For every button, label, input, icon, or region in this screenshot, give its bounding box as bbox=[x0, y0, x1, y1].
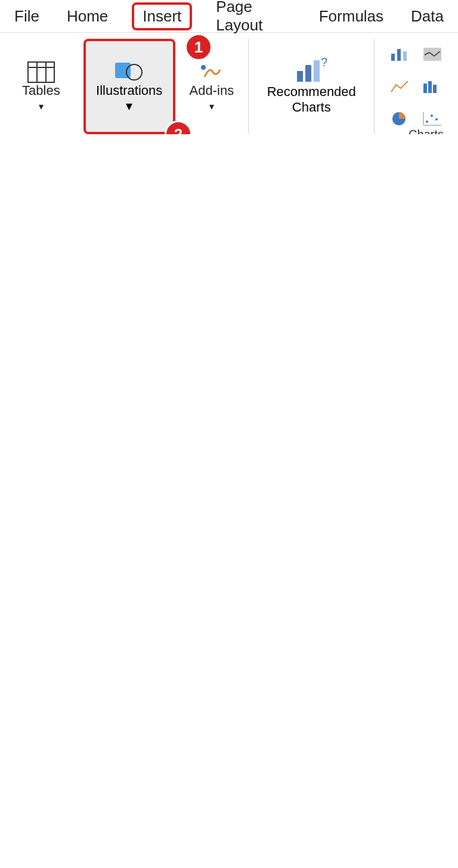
tables-label: Tables bbox=[22, 83, 60, 98]
tab-insert[interactable]: Insert bbox=[132, 2, 192, 30]
svg-rect-11 bbox=[391, 54, 395, 61]
svg-rect-9 bbox=[314, 60, 320, 82]
svg-rect-12 bbox=[397, 49, 401, 61]
svg-rect-0 bbox=[28, 62, 54, 82]
ribbon-tabbar: File Home Insert Page Layout Formulas Da… bbox=[0, 0, 458, 33]
chart-map-icon[interactable] bbox=[417, 39, 447, 69]
chart-hist-icon[interactable] bbox=[417, 72, 447, 101]
svg-text:?: ? bbox=[321, 58, 327, 69]
ribbon-insert: Tables ▾ Illustrations ▾ Add-ins ▾ ? Rec… bbox=[0, 33, 458, 134]
chevron-down-icon: ▾ bbox=[209, 101, 214, 112]
illustrations-label: Illustrations bbox=[96, 83, 162, 98]
svg-rect-4 bbox=[115, 63, 131, 78]
recommended-charts-button[interactable]: ? Recommended Charts bbox=[248, 39, 375, 134]
svg-point-20 bbox=[431, 115, 433, 117]
chart-line-icon[interactable] bbox=[385, 72, 415, 101]
svg-rect-17 bbox=[433, 85, 437, 93]
recommended-charts-icon: ? bbox=[293, 58, 329, 84]
addins-label: Add-ins bbox=[190, 83, 234, 98]
svg-rect-8 bbox=[305, 65, 311, 82]
tab-home[interactable]: Home bbox=[63, 2, 112, 30]
svg-point-19 bbox=[426, 121, 428, 123]
chevron-down-icon: ▾ bbox=[39, 101, 44, 112]
tab-formulas[interactable]: Formulas bbox=[315, 2, 387, 30]
svg-rect-16 bbox=[428, 81, 432, 93]
chevron-down-icon: ▾ bbox=[126, 98, 132, 114]
step-badge-1: 1 bbox=[185, 33, 212, 61]
illustrations-icon bbox=[114, 59, 145, 83]
chart-types-grid bbox=[385, 39, 448, 134]
illustrations-button[interactable]: Illustrations ▾ bbox=[83, 39, 175, 134]
recommended-charts-label: Recommended Charts bbox=[255, 84, 368, 115]
svg-rect-7 bbox=[297, 71, 303, 82]
tables-button[interactable]: Tables ▾ bbox=[10, 39, 73, 134]
tab-data[interactable]: Data bbox=[407, 2, 447, 30]
addins-icon bbox=[197, 61, 226, 83]
charts-group-label: Charts bbox=[409, 128, 444, 134]
svg-rect-15 bbox=[423, 84, 427, 93]
svg-point-21 bbox=[435, 118, 438, 121]
chart-bar-icon[interactable] bbox=[385, 39, 415, 69]
svg-point-6 bbox=[201, 65, 206, 70]
tab-file[interactable]: File bbox=[11, 2, 43, 30]
tables-icon bbox=[27, 61, 55, 83]
svg-rect-13 bbox=[403, 51, 407, 61]
